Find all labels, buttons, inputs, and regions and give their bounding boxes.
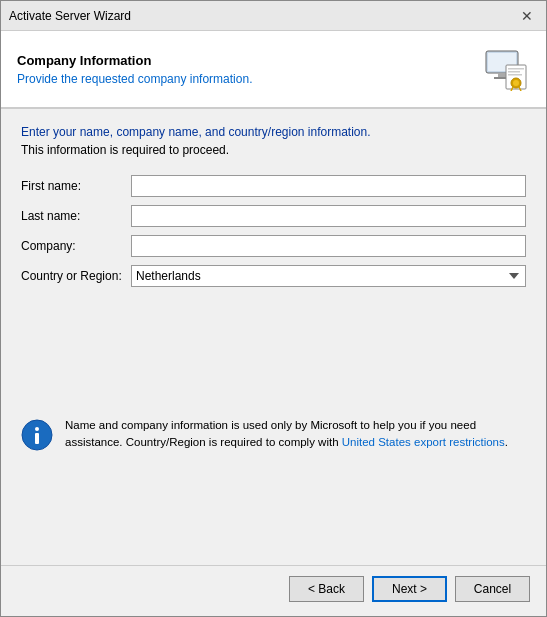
notice-section: Name and company information is used onl… <box>21 417 526 452</box>
company-row: Company: <box>21 235 526 257</box>
notice-link[interactable]: United States export restrictions <box>342 436 505 448</box>
header-subtitle: Provide the requested company informatio… <box>17 72 482 86</box>
svg-point-13 <box>35 427 39 431</box>
svg-rect-6 <box>508 71 520 73</box>
content-area: Enter your name, company name, and count… <box>1 109 546 565</box>
last-name-input[interactable] <box>131 205 526 227</box>
required-text: This information is required to proceed. <box>21 143 526 157</box>
first-name-input[interactable] <box>131 175 526 197</box>
svg-rect-7 <box>508 74 522 76</box>
svg-point-9 <box>513 80 519 86</box>
header-section: Company Information Provide the requeste… <box>1 31 546 109</box>
last-name-row: Last name: <box>21 205 526 227</box>
certificate-icon <box>482 45 530 93</box>
back-button[interactable]: < Back <box>289 576 364 602</box>
last-name-label: Last name: <box>21 209 131 223</box>
button-bar: < Back Next > Cancel <box>1 565 546 616</box>
notice-text: Name and company information is used onl… <box>65 417 526 452</box>
title-bar: Activate Server Wizard ✕ <box>1 1 546 31</box>
country-label: Country or Region: <box>21 269 131 283</box>
info-line1: Enter your name, company name, and count… <box>21 125 526 139</box>
company-label: Company: <box>21 239 131 253</box>
close-button[interactable]: ✕ <box>516 5 538 27</box>
svg-rect-2 <box>498 73 506 77</box>
country-select[interactable]: Netherlands United States Germany France… <box>131 265 526 287</box>
first-name-label: First name: <box>21 179 131 193</box>
company-input[interactable] <box>131 235 526 257</box>
country-row: Country or Region: Netherlands United St… <box>21 265 526 287</box>
first-name-row: First name: <box>21 175 526 197</box>
header-text-block: Company Information Provide the requeste… <box>17 53 482 86</box>
window-title: Activate Server Wizard <box>9 9 131 23</box>
header-title: Company Information <box>17 53 482 68</box>
activate-server-wizard-window: Activate Server Wizard ✕ Company Informa… <box>0 0 547 617</box>
svg-rect-5 <box>508 68 524 70</box>
next-button[interactable]: Next > <box>372 576 447 602</box>
svg-rect-14 <box>35 433 39 444</box>
info-icon <box>21 419 53 451</box>
cancel-button[interactable]: Cancel <box>455 576 530 602</box>
